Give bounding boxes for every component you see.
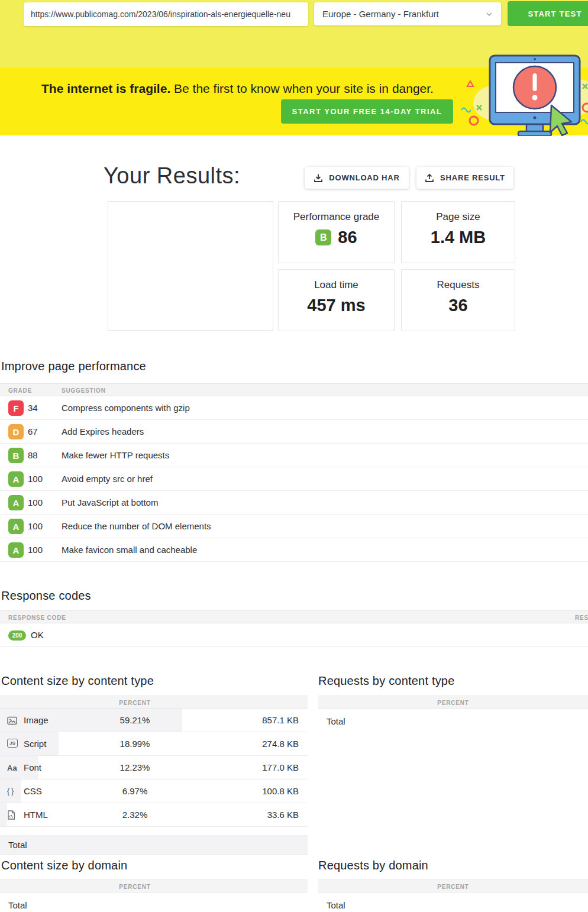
requests-type-table: PERCENT Total <box>318 696 588 732</box>
share-icon <box>425 173 434 183</box>
percent-bar <box>0 803 7 826</box>
column-header-response-code: RESPONSE CODE <box>8 615 66 621</box>
banner-headline-bold: The internet is fragile. <box>41 82 170 95</box>
grade-score: 34 <box>28 396 38 420</box>
grade-score: 88 <box>28 444 38 467</box>
table-row: 200 OK <box>0 623 588 647</box>
grade-badge: A <box>8 471 24 487</box>
font-icon-text: Aa <box>7 764 17 772</box>
table-row: Aa Font 12.23% 177.0 KB <box>0 756 308 780</box>
total-row: Total <box>0 892 308 912</box>
grade-badge: A <box>8 542 24 558</box>
column-header-suggestion: SUGGESTION <box>62 387 106 394</box>
banner-headline-rest: Be the first to know when your site is i… <box>170 82 434 95</box>
column-header-percent: PERCENT <box>437 700 469 706</box>
page-size-card: Page size 1.4 MB <box>401 201 515 263</box>
performance-table-header: GRADE SUGGESTION <box>0 383 588 396</box>
location-select[interactable]: Europe - Germany - Frankfurt <box>314 2 501 25</box>
grade-badge: A <box>8 519 24 534</box>
grade-score: 100 <box>28 467 43 491</box>
css-icon: { } <box>7 786 19 797</box>
content-size-domain-table: PERCENT Total <box>0 879 308 912</box>
location-select-value: Europe - Germany - Frankfurt <box>322 9 486 19</box>
total-label: Total <box>8 835 27 855</box>
share-result-label: SHARE RESULT <box>440 173 505 182</box>
table-row: HTML 2.32% 33.6 KB <box>0 803 308 827</box>
percent-value: 18.99% <box>120 732 150 756</box>
suggestion-text: Avoid empty src or href <box>62 467 153 491</box>
table-row: B 88 Make fewer HTTP requests <box>0 444 588 467</box>
content-type-label: Script <box>24 732 46 756</box>
content-type-label: CSS <box>24 780 42 803</box>
total-label: Total <box>327 892 345 912</box>
test-location-panel <box>108 201 273 331</box>
total-label: Total <box>8 892 27 912</box>
metric-value: 457 ms <box>307 296 365 315</box>
response-codes-section-title: Response codes <box>1 589 91 603</box>
css-icon-text: { } <box>7 787 14 795</box>
metric-label: Performance grade <box>279 211 394 223</box>
column-header-percent: PERCENT <box>437 884 469 890</box>
download-icon <box>314 173 323 183</box>
table-row: D 67 Add Expires headers <box>0 420 588 444</box>
column-header-percent: PERCENT <box>119 700 150 706</box>
grade-badge: B <box>315 229 331 245</box>
content-size-type-header: PERCENT <box>0 696 308 709</box>
page-title: Your Results: <box>104 163 240 189</box>
content-type-label: Font <box>24 756 41 780</box>
response-codes-table-header: RESPONSE CODE RESPONSES <box>0 610 588 623</box>
speed-test-results-page: Europe - Germany - Frankfurt START TEST … <box>0 0 588 912</box>
grade-badge: A <box>8 495 24 510</box>
requests-type-header: PERCENT <box>318 696 588 709</box>
table-row: F 34 Compress components with gzip <box>0 396 588 420</box>
grade-badge: B <box>8 448 24 463</box>
content-size-type-table: PERCENT Image 59.21% 857.1 KB JS Script … <box>0 696 308 855</box>
total-label: Total <box>327 709 345 735</box>
suggestion-text: Add Expires headers <box>62 420 144 444</box>
grade-score: 100 <box>28 491 43 515</box>
table-row: A 100 Make favicon small and cacheable <box>0 538 588 562</box>
column-header-percent: PERCENT <box>119 884 150 890</box>
total-row: Total <box>318 709 588 732</box>
table-row: A 100 Reduce the number of DOM elements <box>0 515 588 538</box>
percent-value: 12.23% <box>120 756 150 780</box>
requests-card: Requests 36 <box>401 269 515 331</box>
start-test-button[interactable]: START TEST <box>508 1 588 26</box>
requests-domain-table: PERCENT Total <box>318 879 588 912</box>
percent-value: 2.32% <box>122 803 148 827</box>
url-input[interactable] <box>24 2 308 26</box>
suggestion-text: Reduce the number of DOM elements <box>62 515 211 538</box>
requests-domain-section-title: Requests by domain <box>318 859 428 872</box>
script-icon-text: JS <box>9 740 15 746</box>
share-result-button[interactable]: SHARE RESULT <box>416 167 513 189</box>
size-value: 274.8 KB <box>262 732 299 756</box>
total-row: Total <box>0 835 308 855</box>
table-row: { } CSS 6.97% 100.8 KB <box>0 780 308 803</box>
performance-table: GRADE SUGGESTION F 34 Compress component… <box>0 383 588 562</box>
grade-badge: F <box>8 400 24 416</box>
grade-score: 100 <box>28 538 43 562</box>
content-size-domain-section-title: Content size by domain <box>1 859 127 872</box>
column-header-responses: RESPONSES <box>575 615 588 621</box>
load-time-card: Load time 457 ms <box>278 269 395 331</box>
html-icon <box>7 810 19 820</box>
total-row: Total <box>318 892 588 912</box>
table-row: A 100 Put JavaScript at bottom <box>0 491 588 515</box>
download-har-label: DOWNLOAD HAR <box>329 173 399 182</box>
suggestion-text: Compress components with gzip <box>62 396 190 420</box>
status-badge: 200 <box>8 630 26 641</box>
grade-score: 67 <box>28 420 38 444</box>
free-trial-button[interactable]: START YOUR FREE 14-DAY TRIAL <box>281 99 453 124</box>
percent-value: 59.21% <box>120 709 150 732</box>
banner-headline: The internet is fragile. Be the first to… <box>41 82 434 96</box>
size-value: 33.6 KB <box>267 803 299 827</box>
metric-label: Load time <box>279 279 394 291</box>
download-har-button[interactable]: DOWNLOAD HAR <box>305 167 409 189</box>
alert-monitor-illustration <box>461 51 588 136</box>
image-icon <box>7 715 19 726</box>
size-value: 857.1 KB <box>262 709 299 732</box>
suggestion-text: Make favicon small and cacheable <box>62 538 197 562</box>
table-row: A 100 Avoid empty src or href <box>0 467 588 491</box>
table-row: JS Script 18.99% 274.8 KB <box>0 732 308 756</box>
content-type-label: HTML <box>24 803 48 827</box>
